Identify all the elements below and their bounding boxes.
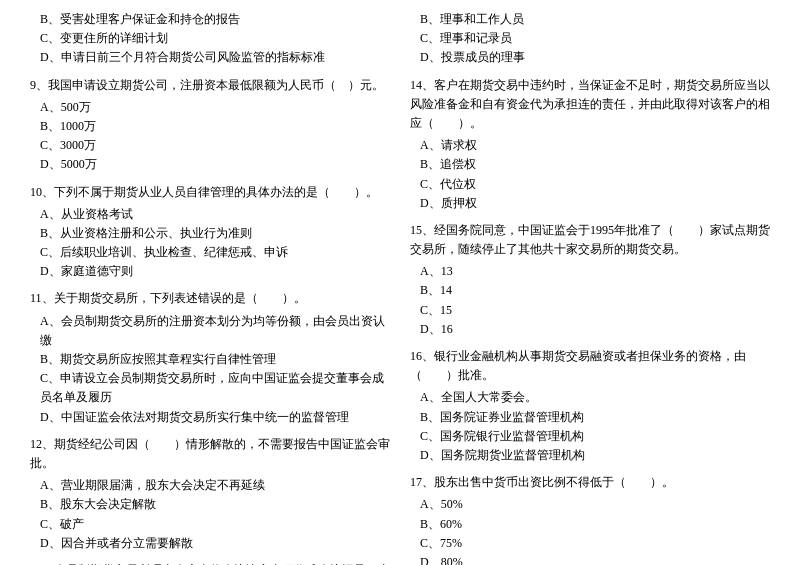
q14-option-c: C、代位权 <box>420 175 770 194</box>
q9-option-a: A、500万 <box>40 98 390 117</box>
question-block-17: 17、股东出售中货币出资比例不得低于（ ）。 A、50% B、60% C、75%… <box>410 473 770 565</box>
q16-option-a: A、全国人大常委会。 <box>420 388 770 407</box>
q16-option-c: C、国务院银行业监督管理机构 <box>420 427 770 446</box>
question-15-text: 15、经国务院同意，中国证监会于1995年批准了（ ）家试点期货交易所，随续停止… <box>410 221 770 259</box>
q13-option-c: C、理事和记录员 <box>420 29 770 48</box>
question-10-text: 10、下列不属于期货从业人员自律管理的具体办法的是（ ）。 <box>30 183 390 202</box>
q17-option-a: A、50% <box>420 495 770 514</box>
q13-option-b: B、理事和工作人员 <box>420 10 770 29</box>
question-9-text: 9、我国申请设立期货公司，注册资本最低限额为人民币（ ）元。 <box>30 76 390 95</box>
q16-option-b: B、国务院证券业监督管理机构 <box>420 408 770 427</box>
q15-option-b: B、14 <box>420 281 770 300</box>
q15-option-c: C、15 <box>420 301 770 320</box>
question-11-text: 11、关于期货交易所，下列表述错误的是（ ）。 <box>30 289 390 308</box>
q9-option-d: D、5000万 <box>40 155 390 174</box>
q12-option-a: A、营业期限届满，股东大会决定不再延续 <box>40 476 390 495</box>
question-13-text: 13、会员制期货交易所理事会应当将会议决定事项作成会议记录，由出席会议的（ ）在… <box>30 561 390 565</box>
question-block-continuation-right: B、理事和工作人员 C、理事和记录员 D、投票成员的理事 <box>410 10 770 68</box>
q14-option-d: D、质押权 <box>420 194 770 213</box>
q11-option-a: A、会员制期货交易所的注册资本划分为均等份额，由会员出资认缴 <box>40 312 390 350</box>
option-d-cont: D、申请日前三个月符合期货公司风险监管的指标标准 <box>40 48 390 67</box>
q14-option-b: B、追偿权 <box>420 155 770 174</box>
right-column: B、理事和工作人员 C、理事和记录员 D、投票成员的理事 14、客户在期货交易中… <box>410 10 770 565</box>
q9-option-b: B、1000万 <box>40 117 390 136</box>
question-17-text: 17、股东出售中货币出资比例不得低于（ ）。 <box>410 473 770 492</box>
question-12-text: 12、期货经纪公司因（ ）情形解散的，不需要报告中国证监会审批。 <box>30 435 390 473</box>
q10-option-a: A、从业资格考试 <box>40 205 390 224</box>
question-block-16: 16、银行业金融机构从事期货交易融资或者担保业务的资格，由（ ）批准。 A、全国… <box>410 347 770 465</box>
two-column-layout: B、受害处理客户保证金和持仓的报告 C、变更住所的详细计划 D、申请日前三个月符… <box>30 10 770 565</box>
q17-option-b: B、60% <box>420 515 770 534</box>
option-c-cont: C、变更住所的详细计划 <box>40 29 390 48</box>
q11-option-d: D、中国证监会依法对期货交易所实行集中统一的监督管理 <box>40 408 390 427</box>
question-block-13: 13、会员制期货交易所理事会应当将会议决定事项作成会议记录，由出席会议的（ ）在… <box>30 561 390 565</box>
q10-option-b: B、从业资格注册和公示、执业行为准则 <box>40 224 390 243</box>
question-block-11: 11、关于期货交易所，下列表述错误的是（ ）。 A、会员制期货交易所的注册资本划… <box>30 289 390 426</box>
question-block-12: 12、期货经纪公司因（ ）情形解散的，不需要报告中国证监会审批。 A、营业期限届… <box>30 435 390 553</box>
q10-option-d: D、家庭道德守则 <box>40 262 390 281</box>
q12-option-d: D、因合并或者分立需要解散 <box>40 534 390 553</box>
question-block-continuation-left: B、受害处理客户保证金和持仓的报告 C、变更住所的详细计划 D、申请日前三个月符… <box>30 10 390 68</box>
q14-option-a: A、请求权 <box>420 136 770 155</box>
q16-option-d: D、国务院期货业监督管理机构 <box>420 446 770 465</box>
question-block-10: 10、下列不属于期货从业人员自律管理的具体办法的是（ ）。 A、从业资格考试 B… <box>30 183 390 282</box>
q11-option-c: C、申请设立会员制期货交易所时，应向中国证监会提交董事会成员名单及履历 <box>40 369 390 407</box>
option-b-cont: B、受害处理客户保证金和持仓的报告 <box>40 10 390 29</box>
page: B、受害处理客户保证金和持仓的报告 C、变更住所的详细计划 D、申请日前三个月符… <box>30 10 770 565</box>
question-block-14: 14、客户在期货交易中违约时，当保证金不足时，期货交易所应当以风险准备金和自有资… <box>410 76 770 213</box>
q11-option-b: B、期货交易所应按照其章程实行自律性管理 <box>40 350 390 369</box>
q17-option-d: D、80% <box>420 553 770 565</box>
question-block-9: 9、我国申请设立期货公司，注册资本最低限额为人民币（ ）元。 A、500万 B、… <box>30 76 390 175</box>
q13-option-d: D、投票成员的理事 <box>420 48 770 67</box>
question-16-text: 16、银行业金融机构从事期货交易融资或者担保业务的资格，由（ ）批准。 <box>410 347 770 385</box>
q10-option-c: C、后续职业培训、执业检查、纪律惩戒、申诉 <box>40 243 390 262</box>
q12-option-c: C、破产 <box>40 515 390 534</box>
q15-option-a: A、13 <box>420 262 770 281</box>
question-14-text: 14、客户在期货交易中违约时，当保证金不足时，期货交易所应当以风险准备金和自有资… <box>410 76 770 134</box>
q12-option-b: B、股东大会决定解散 <box>40 495 390 514</box>
left-column: B、受害处理客户保证金和持仓的报告 C、变更住所的详细计划 D、申请日前三个月符… <box>30 10 390 565</box>
q15-option-d: D、16 <box>420 320 770 339</box>
q9-option-c: C、3000万 <box>40 136 390 155</box>
question-block-15: 15、经国务院同意，中国证监会于1995年批准了（ ）家试点期货交易所，随续停止… <box>410 221 770 339</box>
q17-option-c: C、75% <box>420 534 770 553</box>
